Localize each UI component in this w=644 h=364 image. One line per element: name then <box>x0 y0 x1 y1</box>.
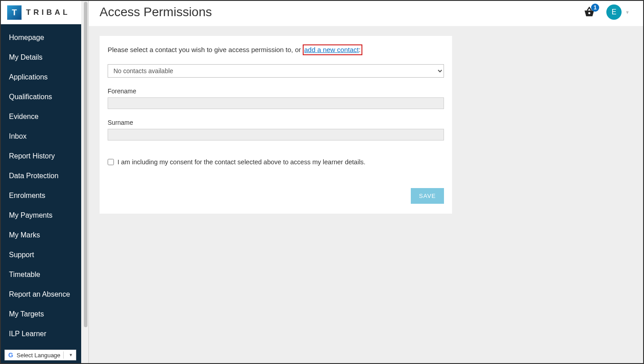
sidebar-item-report-history[interactable]: Report History <box>1 146 81 166</box>
sidebar: ▴ T TRIBAL Homepage My Details Applicati… <box>1 1 89 363</box>
sidebar-item-applications[interactable]: Applications <box>1 67 81 87</box>
surname-label: Surname <box>108 119 444 126</box>
add-new-contact-link[interactable]: add a new contact <box>304 46 359 53</box>
content-area: Please select a contact you wish to give… <box>89 26 643 363</box>
brand-logo[interactable]: T TRIBAL <box>1 1 88 24</box>
sidebar-item-homepage[interactable]: Homepage <box>1 28 81 48</box>
sidebar-item-support[interactable]: Support <box>1 245 81 265</box>
instruction-suffix: : <box>359 46 361 53</box>
sidebar-scrollbar[interactable]: ▴ <box>81 1 88 363</box>
sidebar-item-ilp-learner[interactable]: ILP Learner <box>1 324 81 344</box>
divider <box>63 351 64 359</box>
avatar[interactable]: E <box>606 4 622 20</box>
forename-input[interactable] <box>108 97 444 109</box>
forename-label: Forename <box>108 88 444 95</box>
header: Access Permissions 1 E ▼ <box>89 1 643 26</box>
basket-count-badge: 1 <box>591 4 599 12</box>
brand-icon: T <box>7 5 22 20</box>
add-contact-highlight: add a new contact: <box>303 44 362 55</box>
sidebar-item-timetable[interactable]: Timetable <box>1 265 81 285</box>
sidebar-item-my-marks[interactable]: My Marks <box>1 225 81 245</box>
language-selector[interactable]: G Select Language ▼ <box>4 350 76 360</box>
basket-button[interactable]: 1 <box>583 7 596 18</box>
chevron-down-icon[interactable]: ▼ <box>625 10 630 15</box>
sidebar-item-evidence[interactable]: Evidence <box>1 107 81 127</box>
save-button[interactable]: SAVE <box>411 188 444 204</box>
contact-select[interactable]: No contacts available <box>108 64 444 78</box>
chevron-down-icon: ▼ <box>69 353 73 357</box>
main-area: Access Permissions 1 E ▼ <box>89 1 643 363</box>
google-translate-icon: G <box>7 351 15 359</box>
instruction-prefix: Please select a contact you wish to give… <box>108 46 303 53</box>
page-title: Access Permissions <box>100 5 212 19</box>
language-label: Select Language <box>17 352 61 359</box>
sidebar-item-inbox[interactable]: Inbox <box>1 127 81 146</box>
svg-point-0 <box>588 12 591 14</box>
surname-input[interactable] <box>108 129 444 140</box>
brand-name: TRIBAL <box>26 8 70 17</box>
sidebar-item-qualifications[interactable]: Qualifications <box>1 87 81 107</box>
sidebar-item-my-details[interactable]: My Details <box>1 48 81 67</box>
nav-list: Homepage My Details Applications Qualifi… <box>1 24 81 363</box>
consent-checkbox[interactable] <box>108 159 114 165</box>
sidebar-item-report-an-absence[interactable]: Report an Absence <box>1 285 81 304</box>
consent-row[interactable]: I am including my consent for the contac… <box>108 158 444 166</box>
scrollbar-thumb[interactable] <box>84 2 87 327</box>
sidebar-item-my-payments[interactable]: My Payments <box>1 206 81 225</box>
sidebar-item-enrolments[interactable]: Enrolments <box>1 186 81 206</box>
access-permissions-card: Please select a contact you wish to give… <box>100 36 452 214</box>
instruction-text: Please select a contact you wish to give… <box>108 46 444 53</box>
sidebar-item-data-protection[interactable]: Data Protection <box>1 166 81 186</box>
sidebar-item-my-targets[interactable]: My Targets <box>1 304 81 324</box>
consent-text: I am including my consent for the contac… <box>117 158 366 166</box>
